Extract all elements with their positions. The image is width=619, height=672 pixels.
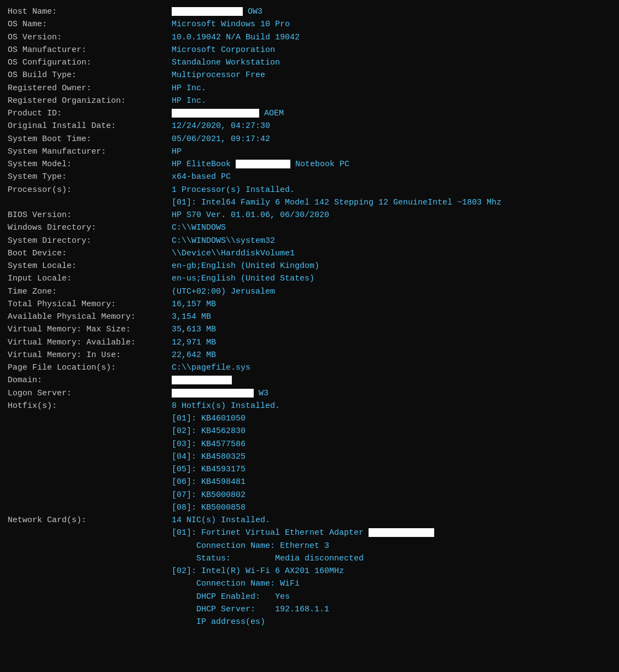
row-label	[8, 196, 172, 209]
row-label: OS Build Type:	[8, 69, 172, 81]
row-value-text: [01]: Intel64 Family 6 Model 142 Steppin…	[172, 196, 501, 209]
row-value: Multiprocessor Free	[172, 69, 265, 81]
row-value-text: [01]: Fortinet Virtual Ethernet Adapter	[172, 527, 369, 539]
row-label	[8, 527, 172, 539]
row-value: C:\\WINDOWS	[172, 221, 226, 234]
row-label: Original Install Date:	[8, 120, 172, 132]
table-row: Virtual Memory: In Use:22,642 MB	[8, 349, 611, 361]
row-value-text: DHCP Enabled: Yes	[172, 591, 290, 603]
table-row: [07]: KB5000802	[8, 489, 611, 501]
row-label	[8, 438, 172, 451]
table-row: Page File Location(s):C:\\pagefile.sys	[8, 361, 611, 374]
row-value-text: HP	[172, 145, 182, 158]
row-value-text: 05/06/2021, 09:17:42	[172, 133, 270, 145]
row-label	[8, 451, 172, 463]
row-value: [02]: KB4562830	[172, 425, 246, 437]
row-label	[8, 603, 172, 616]
row-value: C:\\pagefile.sys	[172, 361, 250, 374]
row-value: W3	[172, 387, 268, 400]
row-value: HP	[172, 145, 182, 158]
row-value: 22,642 MB	[172, 349, 216, 361]
row-value-text: Connection Name: Ethernet 3	[172, 540, 329, 552]
row-value: 12,971 MB	[172, 336, 216, 349]
row-value: Microsoft Windows 10 Pro	[172, 18, 290, 31]
table-row: [01]: Intel64 Family 6 Model 142 Steppin…	[8, 196, 611, 209]
row-suffix: W3	[254, 387, 268, 400]
row-value: HP Inc.	[172, 95, 206, 107]
row-value-text: 12,971 MB	[172, 336, 216, 349]
table-row: System Locale:en-gb;English (United King…	[8, 260, 611, 272]
row-value: en-gb;English (United Kingdom)	[172, 260, 319, 272]
row-value-text: C:\\pagefile.sys	[172, 361, 250, 374]
row-value-text: (UTC+02:00) Jerusalem	[172, 285, 275, 298]
table-row: [01]: Fortinet Virtual Ethernet Adapter	[8, 527, 611, 539]
table-row: System Directory:C:\\WINDOWS\\system32	[8, 235, 611, 247]
row-inline-suffix: Notebook PC	[290, 158, 349, 171]
row-value-text: 8 Hotfix(s) Installed.	[172, 400, 280, 412]
row-value-text: Microsoft Corporation	[172, 44, 275, 56]
row-value: en-us;English (United States)	[172, 272, 314, 285]
row-value: DHCP Enabled: Yes	[172, 591, 290, 603]
row-label: System Manufacturer:	[8, 145, 172, 158]
row-value-text: HP Inc.	[172, 82, 206, 95]
row-value: [01]: KB4601050	[172, 412, 246, 425]
row-label: Registered Organization:	[8, 95, 172, 107]
table-row: Connection Name: Ethernet 3	[8, 540, 611, 552]
redacted-value	[172, 376, 232, 384]
table-row: Virtual Memory: Max Size:35,613 MB	[8, 323, 611, 336]
row-label	[8, 565, 172, 577]
row-value-text: HP Inc.	[172, 95, 206, 107]
table-row: [02]: Intel(R) Wi-Fi 6 AX201 160MHz	[8, 565, 611, 577]
redacted-inline-value	[369, 528, 434, 537]
row-value-text: IP address(es)	[172, 616, 265, 628]
row-value-text: DHCP Server: 192.168.1.1	[172, 603, 329, 616]
row-label: OS Version:	[8, 31, 172, 44]
table-row: Product ID: AOEM	[8, 107, 611, 120]
table-row: [04]: KB4580325	[8, 451, 611, 463]
row-label: Virtual Memory: Max Size:	[8, 323, 172, 336]
row-value: C:\\WINDOWS\\system32	[172, 235, 275, 247]
row-value: DHCP Server: 192.168.1.1	[172, 603, 329, 616]
row-value-text: en-gb;English (United Kingdom)	[172, 260, 319, 272]
row-label: Registered Owner:	[8, 82, 172, 95]
table-row: Connection Name: WiFi	[8, 577, 611, 590]
table-row: Logon Server: W3	[8, 387, 611, 400]
row-label	[8, 577, 172, 590]
row-label	[8, 476, 172, 488]
row-value-text: Multiprocessor Free	[172, 69, 265, 81]
table-row: Registered Organization:HP Inc.	[8, 95, 611, 107]
row-value: IP address(es)	[172, 616, 265, 628]
row-suffix: OW3	[243, 5, 262, 18]
row-value-text: [03]: KB4577586	[172, 438, 246, 451]
table-row: System Model:HP EliteBook Notebook PC	[8, 158, 611, 171]
table-row: [06]: KB4598481	[8, 476, 611, 488]
row-label: Boot Device:	[8, 247, 172, 260]
table-row: System Type:x64-based PC	[8, 171, 611, 183]
row-value-text: HP S70 Ver. 01.01.06, 06/30/2020	[172, 209, 329, 221]
row-value-text: \\Device\\HarddiskVolume1	[172, 247, 295, 260]
table-row: Available Physical Memory:3,154 MB	[8, 311, 611, 323]
row-value: 12/24/2020, 04:27:30	[172, 120, 270, 132]
row-label	[8, 489, 172, 501]
table-row: Network Card(s):14 NIC(s) Installed.	[8, 514, 611, 527]
table-row: DHCP Enabled: Yes	[8, 591, 611, 603]
row-label: Domain:	[8, 374, 172, 387]
table-row: IP address(es)	[8, 616, 611, 628]
row-value: Connection Name: WiFi	[172, 577, 300, 590]
row-value-text: 12/24/2020, 04:27:30	[172, 120, 270, 132]
table-row: Processor(s):1 Processor(s) Installed.	[8, 184, 611, 196]
row-value: 8 Hotfix(s) Installed.	[172, 400, 280, 412]
table-row: System Manufacturer:HP	[8, 145, 611, 158]
table-row: Boot Device:\\Device\\HarddiskVolume1	[8, 247, 611, 260]
row-value: 05/06/2021, 09:17:42	[172, 133, 270, 145]
table-row: Virtual Memory: Available:12,971 MB	[8, 336, 611, 349]
row-value: OW3	[172, 5, 262, 18]
table-row: [03]: KB4577586	[8, 438, 611, 451]
redacted-value	[172, 109, 259, 118]
table-row: Status: Media disconnected	[8, 552, 611, 565]
redacted-value	[172, 389, 254, 398]
row-label: Windows Directory:	[8, 221, 172, 234]
row-label: Host Name:	[8, 5, 172, 18]
table-row: Input Locale:en-us;English (United State…	[8, 272, 611, 285]
row-value: x64-based PC	[172, 171, 231, 183]
